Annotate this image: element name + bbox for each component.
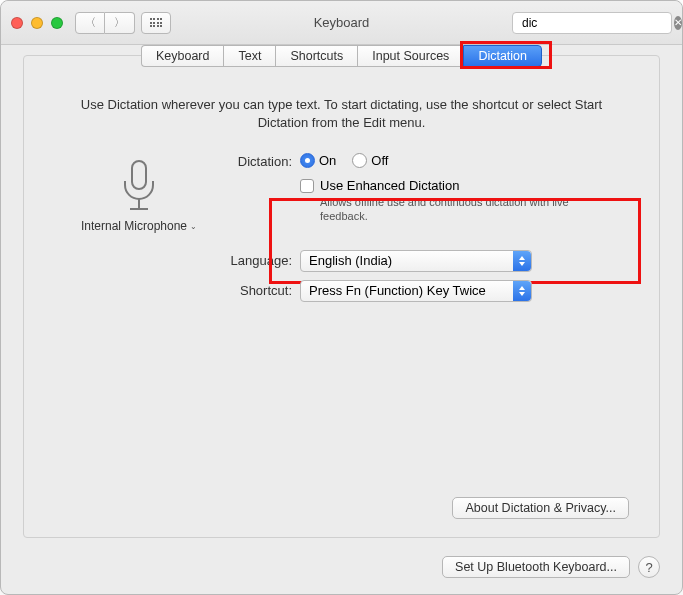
- shortcut-label: Shortcut:: [224, 280, 300, 298]
- off-label: Off: [371, 153, 388, 168]
- search-field[interactable]: ✕: [512, 12, 672, 34]
- language-select[interactable]: English (India): [300, 250, 532, 272]
- close-icon[interactable]: [11, 17, 23, 29]
- grid-icon: [150, 18, 163, 27]
- chevron-right-icon: 〉: [114, 15, 125, 30]
- bottom-bar: Set Up Bluetooth Keyboard... ?: [1, 550, 682, 594]
- tab-shortcuts[interactable]: Shortcuts: [275, 45, 357, 67]
- radio-icon: [300, 153, 315, 168]
- chevron-left-icon: 〈: [85, 15, 96, 30]
- microphone-selector[interactable]: Internal Microphone ⌄: [81, 219, 197, 233]
- clear-search-button[interactable]: ✕: [674, 16, 682, 30]
- tab-keyboard[interactable]: Keyboard: [141, 45, 224, 67]
- tab-input-sources[interactable]: Input Sources: [357, 45, 463, 67]
- window-controls: [11, 17, 63, 29]
- chevron-down-icon: ⌄: [190, 222, 197, 231]
- shortcut-select[interactable]: Press Fn (Function) Key Twice: [300, 280, 532, 302]
- enhanced-dictation-checkbox[interactable]: Use Enhanced Dictation Allows offline us…: [300, 178, 629, 224]
- svg-rect-2: [132, 161, 146, 189]
- search-input[interactable]: [520, 16, 674, 30]
- dictation-on-radio[interactable]: On: [300, 153, 336, 168]
- microphone-column: Internal Microphone ⌄: [54, 151, 224, 310]
- on-label: On: [319, 153, 336, 168]
- forward-button[interactable]: 〉: [105, 12, 135, 34]
- microphone-icon: [110, 155, 168, 213]
- checkbox-icon: [300, 179, 314, 193]
- content-panel: Keyboard Text Shortcuts Input Sources Di…: [23, 55, 660, 538]
- tab-dictation[interactable]: Dictation: [463, 45, 542, 67]
- select-stepper-icon: [513, 281, 531, 301]
- about-dictation-privacy-button[interactable]: About Dictation & Privacy...: [452, 497, 629, 519]
- radio-icon: [352, 153, 367, 168]
- language-value: English (India): [309, 253, 392, 268]
- dictation-off-radio[interactable]: Off: [352, 153, 388, 168]
- back-button[interactable]: 〈: [75, 12, 105, 34]
- help-button[interactable]: ?: [638, 556, 660, 578]
- intro-text: Use Dictation wherever you can type text…: [54, 96, 629, 131]
- maximize-icon[interactable]: [51, 17, 63, 29]
- shortcut-value: Press Fn (Function) Key Twice: [309, 283, 486, 298]
- enhanced-description: Allows offline use and continuous dictat…: [320, 195, 590, 224]
- tab-text[interactable]: Text: [223, 45, 275, 67]
- nav-segment: 〈 〉: [75, 12, 135, 34]
- keyboard-preferences-window: 〈 〉 Keyboard ✕ Keyboard Text Shortcuts I…: [0, 0, 683, 595]
- bluetooth-keyboard-button[interactable]: Set Up Bluetooth Keyboard...: [442, 556, 630, 578]
- select-stepper-icon: [513, 251, 531, 271]
- titlebar: 〈 〉 Keyboard ✕: [1, 1, 682, 45]
- tabs: Keyboard Text Shortcuts Input Sources Di…: [141, 45, 542, 67]
- dictation-label: Dictation:: [224, 151, 300, 169]
- language-label: Language:: [224, 250, 300, 268]
- microphone-label: Internal Microphone: [81, 219, 187, 233]
- settings-column: Dictation: On Off: [224, 151, 629, 310]
- minimize-icon[interactable]: [31, 17, 43, 29]
- enhanced-label: Use Enhanced Dictation: [320, 178, 590, 193]
- show-all-button[interactable]: [141, 12, 171, 34]
